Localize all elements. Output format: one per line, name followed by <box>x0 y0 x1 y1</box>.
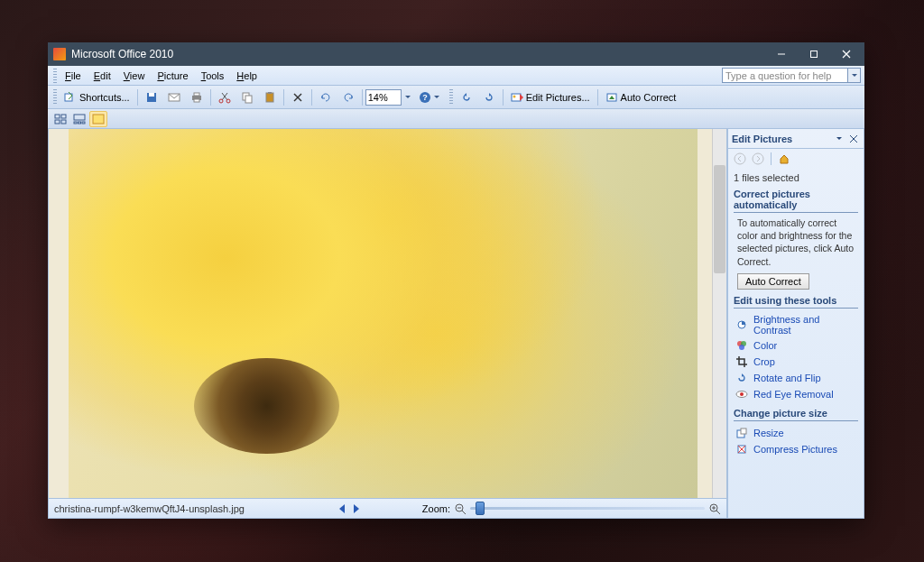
viewbar <box>48 109 864 129</box>
mail-button[interactable] <box>163 88 185 106</box>
cut-icon <box>218 91 231 104</box>
rotate-right-icon <box>483 91 495 104</box>
auto-correct-section-title: Correct pictures automatically <box>734 189 858 213</box>
menu-view[interactable]: View <box>117 69 152 83</box>
view-thumbnail-button[interactable] <box>51 111 69 127</box>
titlebar: Microsoft Office 2010 <box>48 42 864 66</box>
svg-rect-16 <box>245 96 252 103</box>
svg-rect-1 <box>811 51 818 58</box>
copy-button[interactable] <box>236 88 258 106</box>
toolbar-grip-1[interactable] <box>53 89 57 106</box>
nav-controls <box>336 502 363 515</box>
taskpane-header: Edit Pictures <box>728 129 864 149</box>
view-single-button[interactable] <box>89 111 107 127</box>
window-controls <box>765 42 863 66</box>
compress-icon <box>735 443 748 456</box>
resize-link[interactable]: Resize <box>734 425 858 441</box>
rotate-left-button[interactable] <box>456 88 477 106</box>
svg-rect-33 <box>82 122 85 124</box>
menu-help[interactable]: Help <box>230 69 263 83</box>
image-viewport[interactable] <box>49 129 726 498</box>
auto-correct-description: To automatically correct color and brigh… <box>734 217 858 268</box>
svg-point-24 <box>513 95 515 97</box>
zoom-input[interactable] <box>365 89 402 106</box>
minimize-button[interactable] <box>765 42 798 66</box>
rotate-flip-link[interactable]: Rotate and Flip <box>734 370 858 386</box>
redo-button[interactable] <box>337 88 359 106</box>
save-button[interactable] <box>141 88 162 106</box>
next-image-button[interactable] <box>350 502 363 515</box>
edit-pictures-icon <box>511 91 523 104</box>
window-title: Microsoft Office 2010 <box>71 48 765 60</box>
svg-rect-32 <box>79 122 81 124</box>
compress-link[interactable]: Compress Pictures <box>734 441 858 457</box>
statusbar: christina-rumpf-w3kemwQftJ4-unsplash.jpg… <box>49 498 726 518</box>
cut-button[interactable] <box>214 88 236 106</box>
svg-rect-9 <box>194 93 199 96</box>
menu-tools[interactable]: Tools <box>195 69 231 83</box>
files-selected-label: 1 files selected <box>734 172 858 183</box>
taskpane-forward-button[interactable] <box>750 151 766 167</box>
taskpane-close-button[interactable] <box>847 133 860 145</box>
maximize-button[interactable] <box>798 42 830 66</box>
menu-picture[interactable]: Picture <box>151 69 194 83</box>
color-link[interactable]: Color <box>734 337 858 354</box>
save-icon <box>145 91 158 104</box>
zoom-dropdown-button[interactable] <box>402 88 413 106</box>
taskpane: Edit Pictures 1 files selected Correct p… <box>727 129 864 519</box>
brightness-icon <box>735 318 748 331</box>
help-search-input[interactable]: Type a question for help <box>722 68 848 83</box>
app-window: Microsoft Office 2010 File Edit View Pic… <box>48 42 864 519</box>
taskpane-home-button[interactable] <box>776 151 792 167</box>
view-filmstrip-button[interactable] <box>70 111 88 127</box>
shortcuts-button[interactable]: Shortcuts... <box>60 88 134 106</box>
print-button[interactable] <box>186 88 208 106</box>
menu-edit[interactable]: Edit <box>88 69 117 83</box>
toolbar-grip-2[interactable] <box>449 89 453 106</box>
menu-grip[interactable] <box>53 69 57 83</box>
zoom-slider-thumb[interactable] <box>476 502 485 515</box>
rotate-left-icon <box>460 91 473 104</box>
taskpane-title: Edit Pictures <box>732 134 831 144</box>
taskpane-back-button[interactable] <box>732 151 748 167</box>
rotate-icon <box>735 372 748 384</box>
taskpane-nav <box>728 149 864 169</box>
delete-button[interactable] <box>287 88 309 106</box>
edit-pictures-button[interactable]: Edit Pictures... <box>506 88 595 106</box>
zoom-in-icon[interactable] <box>708 502 721 515</box>
svg-rect-30 <box>74 115 85 120</box>
menubar: File Edit View Picture Tools Help Type a… <box>48 66 864 86</box>
paste-button[interactable] <box>259 88 281 106</box>
auto-correct-toolbar-button[interactable]: Auto Correct <box>601 88 681 106</box>
undo-button[interactable] <box>315 88 337 106</box>
scroll-thumb[interactable] <box>714 165 725 273</box>
svg-rect-29 <box>61 120 66 124</box>
brightness-contrast-link[interactable]: Brightness and Contrast <box>734 312 858 337</box>
svg-line-39 <box>716 511 720 514</box>
help-dropdown-button[interactable] <box>848 68 861 83</box>
vertical-scrollbar[interactable] <box>712 129 726 498</box>
displayed-image <box>69 129 698 498</box>
svg-point-14 <box>226 99 230 103</box>
color-icon <box>735 339 748 352</box>
crop-link[interactable]: Crop <box>734 354 858 370</box>
help-button[interactable]: ? <box>414 88 445 106</box>
prev-image-button[interactable] <box>336 502 348 515</box>
svg-rect-23 <box>512 94 521 101</box>
print-icon <box>190 91 203 104</box>
svg-rect-26 <box>55 115 60 118</box>
mail-icon <box>168 91 180 104</box>
svg-rect-10 <box>194 99 199 102</box>
red-eye-link[interactable]: Red Eye Removal <box>734 386 858 402</box>
rotate-right-button[interactable] <box>478 88 500 106</box>
close-button[interactable] <box>830 42 863 66</box>
menu-file[interactable]: File <box>59 69 88 83</box>
zoom-out-icon[interactable] <box>454 502 467 515</box>
canvas-area: christina-rumpf-w3kemwQftJ4-unsplash.jpg… <box>48 129 727 519</box>
zoom-slider[interactable] <box>470 507 705 510</box>
auto-correct-button[interactable]: Auto Correct <box>737 273 809 290</box>
svg-rect-28 <box>55 120 60 124</box>
edit-tools-section-title: Edit using these tools <box>734 295 858 309</box>
taskpane-menu-button[interactable] <box>833 133 845 145</box>
help-icon: ? <box>419 91 431 104</box>
